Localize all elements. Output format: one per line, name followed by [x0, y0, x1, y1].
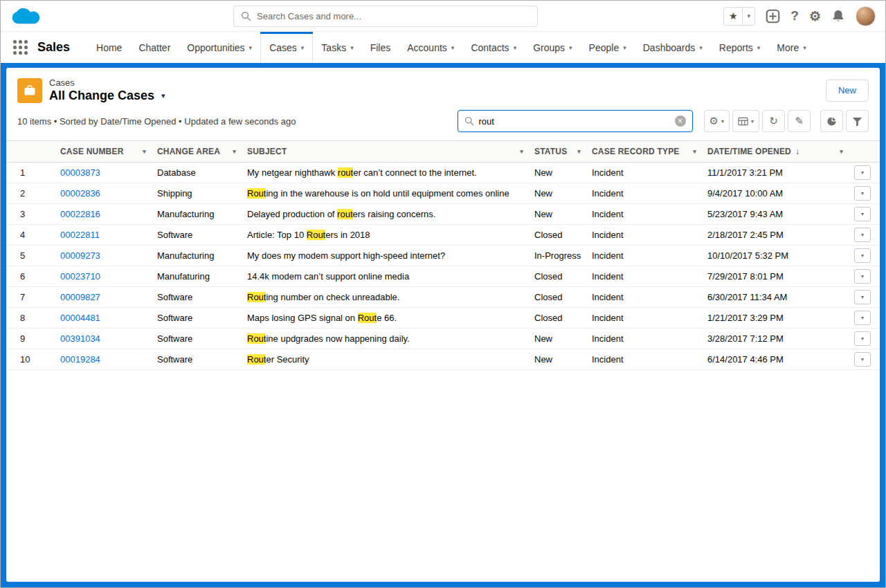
- table-row: 6 00023710 Manufaturing 14.4k modem can’…: [6, 266, 880, 287]
- status-cell: Closed: [529, 225, 586, 246]
- row-number: 5: [6, 246, 55, 266]
- column-header-date-time-opened[interactable]: DATE/TIME OPENED↓▾: [702, 141, 849, 163]
- row-actions-button[interactable]: ▾: [854, 269, 871, 284]
- row-actions-button[interactable]: ▾: [854, 186, 871, 201]
- row-actions-button[interactable]: ▾: [854, 352, 871, 367]
- table-row: 2 00002836 Shipping Routing in the wareh…: [6, 183, 880, 204]
- user-avatar[interactable]: [856, 6, 876, 26]
- column-label: DATE/TIME OPENED: [707, 147, 791, 156]
- record-type-cell: Incident: [586, 349, 702, 370]
- nav-tab-chatter[interactable]: Chatter: [130, 32, 179, 63]
- case-number-link[interactable]: 00002836: [60, 188, 100, 199]
- clear-search-icon[interactable]: ×: [675, 116, 686, 127]
- chevron-down-icon: ▾: [569, 44, 572, 51]
- subject-cell: My netgear nighthawk router can’t connec…: [242, 163, 529, 183]
- case-number-link[interactable]: 00009827: [60, 292, 100, 302]
- case-number-link[interactable]: 00009273: [60, 250, 100, 261]
- nav-tab-dashboards[interactable]: Dashboards▾: [635, 32, 711, 63]
- row-actions-button[interactable]: ▾: [854, 290, 871, 304]
- column-header-blank: [6, 141, 55, 163]
- case-number-link[interactable]: 00003873: [60, 167, 100, 178]
- filter-button[interactable]: [846, 110, 869, 132]
- help-button[interactable]: ?: [790, 8, 799, 24]
- row-actions-button[interactable]: ▾: [854, 248, 871, 263]
- row-number: 9: [6, 329, 55, 349]
- table-row: 10 00019284 Software Router Security New…: [6, 349, 880, 370]
- nav-tab-accounts[interactable]: Accounts▾: [399, 32, 462, 63]
- nav-tab-more[interactable]: More▾: [768, 32, 814, 63]
- row-number: 10: [6, 349, 55, 370]
- column-header-case-number[interactable]: CASE NUMBER▾: [55, 141, 152, 163]
- change-area-cell: Software: [152, 349, 242, 370]
- chevron-down-icon: ▾: [228, 148, 236, 155]
- nav-bar: Sales HomeChatterOpportunities▾Cases▾Tas…: [1, 32, 885, 63]
- table-row: 5 00009273 Manufacturing My does my mode…: [6, 246, 880, 266]
- list-search-input[interactable]: [479, 116, 675, 127]
- subject-cell: My does my modem support high-speed inte…: [242, 246, 529, 266]
- column-header-case-record-type[interactable]: CASE RECORD TYPE▾: [586, 141, 702, 163]
- nav-tab-groups[interactable]: Groups▾: [525, 32, 580, 63]
- column-header-blank: [849, 141, 880, 163]
- nav-tab-reports[interactable]: Reports▾: [711, 32, 769, 63]
- status-cell: Closed: [529, 287, 586, 308]
- case-number-link[interactable]: 00391034: [60, 333, 100, 344]
- subject-text: Article: Top 10: [247, 230, 307, 240]
- chevron-down-icon: ▾: [721, 118, 724, 125]
- funnel-icon: [852, 116, 862, 127]
- charts-button[interactable]: [820, 110, 843, 132]
- gear-icon: ⚙: [809, 8, 821, 24]
- row-actions-button[interactable]: ▾: [854, 311, 871, 325]
- app-name: Sales: [37, 40, 70, 55]
- chevron-down-icon: ▾: [301, 44, 305, 51]
- cases-object-icon: [17, 78, 42, 103]
- favorites-star-icon[interactable]: ★: [723, 7, 743, 26]
- star-icon: ★: [729, 10, 738, 21]
- row-actions-button[interactable]: ▾: [854, 331, 871, 346]
- case-number-link[interactable]: 00022816: [60, 209, 100, 219]
- row-number: 1: [6, 163, 55, 183]
- row-actions-button[interactable]: ▾: [854, 165, 871, 180]
- chevron-down-icon: ▾: [161, 91, 165, 100]
- gear-icon: ⚙: [709, 115, 718, 127]
- nav-tab-tasks[interactable]: Tasks▾: [313, 32, 361, 63]
- subject-cell: 14.4k modem can’t support online media: [242, 266, 529, 287]
- refresh-button[interactable]: ↻: [762, 110, 785, 132]
- new-button[interactable]: New: [826, 80, 869, 102]
- cases-table: CASE NUMBER▾CHANGE AREA▾SUBJECT▾STATUS▾C…: [6, 140, 880, 370]
- display-as-button[interactable]: ▾: [732, 110, 759, 132]
- change-area-cell: Database: [152, 163, 242, 183]
- case-number-link[interactable]: 00022811: [60, 230, 100, 240]
- nav-tab-opportunities[interactable]: Opportunities▾: [179, 32, 260, 63]
- column-header-change-area[interactable]: CHANGE AREA▾: [152, 141, 242, 163]
- notifications-button[interactable]: [831, 9, 845, 23]
- list-settings-button[interactable]: ⚙ ▾: [704, 110, 730, 132]
- favorites-dropdown-button[interactable]: ▾: [743, 7, 755, 26]
- nav-tab-files[interactable]: Files: [362, 32, 399, 63]
- nav-tab-label: Accounts: [407, 42, 447, 53]
- subject-text: ing number on check unreadable.: [266, 292, 399, 302]
- nav-tab-contacts[interactable]: Contacts▾: [462, 32, 525, 63]
- salesforce-logo[interactable]: [10, 5, 42, 27]
- status-cell: New: [529, 204, 586, 225]
- case-number-link[interactable]: 00023710: [60, 271, 100, 282]
- case-number-link[interactable]: 00019284: [60, 354, 100, 365]
- app-launcher-button[interactable]: [10, 37, 30, 57]
- edit-button[interactable]: ✎: [788, 110, 811, 132]
- nav-tab-label: Home: [96, 42, 122, 53]
- nav-tab-cases[interactable]: Cases▾: [260, 32, 313, 63]
- change-area-cell: Manufacturing: [152, 204, 242, 225]
- global-actions-button[interactable]: [766, 9, 780, 24]
- list-view-header: Cases All Change Cases ▾ New: [6, 68, 880, 106]
- list-view-selector-button[interactable]: ▾: [160, 90, 167, 102]
- setup-button[interactable]: ⚙: [809, 8, 821, 24]
- row-actions-button[interactable]: ▾: [854, 207, 871, 221]
- case-number-link[interactable]: 00004481: [60, 313, 100, 323]
- column-header-status[interactable]: STATUS▾: [529, 141, 586, 163]
- global-search-input[interactable]: [257, 11, 530, 21]
- chevron-down-icon: ▾: [861, 356, 864, 362]
- nav-tab-home[interactable]: Home: [88, 32, 130, 63]
- list-view-card: Cases All Change Cases ▾ New 10 items • …: [6, 68, 880, 582]
- nav-tab-people[interactable]: People▾: [581, 32, 635, 63]
- row-actions-button[interactable]: ▾: [854, 228, 871, 242]
- column-header-subject[interactable]: SUBJECT▾: [242, 141, 529, 163]
